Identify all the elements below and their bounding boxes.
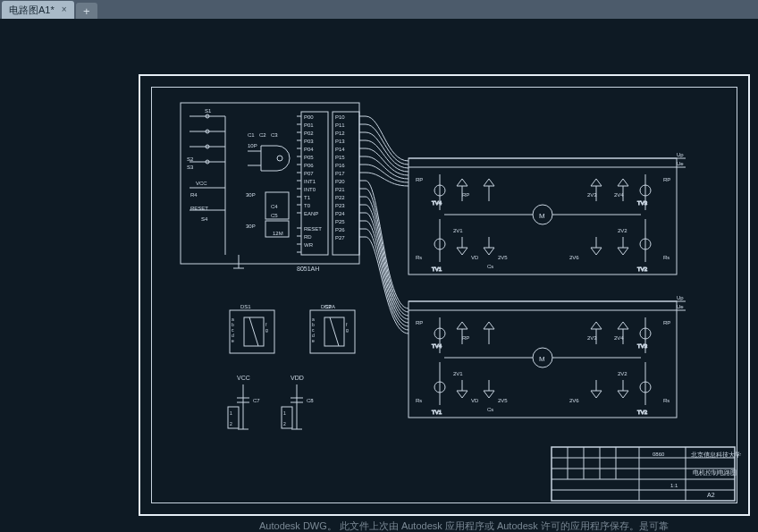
- svg-text:2V3: 2V3: [587, 335, 597, 341]
- svg-text:e: e: [312, 338, 315, 343]
- close-icon[interactable]: ×: [58, 3, 71, 15]
- svg-text:2V2: 2V2: [618, 371, 627, 376]
- svg-text:北京信息科技大学: 北京信息科技大学: [691, 452, 741, 458]
- svg-text:RP: RP: [462, 192, 469, 198]
- svg-text:WR: WR: [304, 242, 314, 248]
- svg-text:S1: S1: [205, 108, 212, 114]
- svg-text:P27: P27: [335, 235, 345, 241]
- svg-line-198: [330, 317, 339, 346]
- svg-text:Rs: Rs: [416, 398, 422, 403]
- drawing-canvas[interactable]: P00P01 P02P03 P04P05 P06P07 INT1INT0 T1T…: [0, 19, 758, 532]
- document-tab[interactable]: 电路图A1* ×: [2, 1, 74, 19]
- svg-text:RESET: RESET: [304, 226, 322, 232]
- svg-text:P23: P23: [335, 203, 345, 208]
- svg-text:2V5: 2V5: [498, 398, 508, 403]
- svg-text:Ue: Ue: [677, 161, 684, 166]
- svg-text:RP: RP: [416, 320, 423, 325]
- seven-seg-1: DS1 abcdefg: [230, 304, 274, 353]
- svg-text:TV4: TV4: [432, 200, 442, 206]
- svg-text:P06: P06: [304, 163, 314, 168]
- tab-label: 电路图A1*: [9, 4, 55, 17]
- svg-text:TV3: TV3: [637, 343, 648, 349]
- svg-text:VDD: VDD: [291, 375, 304, 381]
- svg-text:Up: Up: [677, 152, 684, 157]
- svg-text:1: 1: [283, 410, 286, 416]
- svg-text:e: e: [232, 338, 234, 343]
- svg-text:g: g: [346, 327, 349, 333]
- svg-text:T1: T1: [304, 195, 311, 200]
- svg-text:VD: VD: [471, 398, 479, 403]
- svg-text:R4: R4: [190, 192, 198, 198]
- svg-text:P20: P20: [335, 179, 345, 184]
- svg-text:C5: C5: [271, 213, 278, 218]
- svg-text:2: 2: [283, 421, 286, 426]
- svg-text:C3: C3: [271, 132, 278, 138]
- power-vdd: VDD C8 1 2: [282, 375, 314, 429]
- svg-text:S3: S3: [187, 165, 194, 170]
- svg-text:P26: P26: [335, 227, 345, 232]
- svg-text:RP: RP: [416, 177, 423, 182]
- svg-point-35: [277, 156, 282, 161]
- svg-text:RP: RP: [663, 320, 670, 325]
- svg-text:M: M: [539, 212, 545, 220]
- svg-text:电机控制电路图: 电机控制电路图: [693, 469, 737, 476]
- svg-text:RP: RP: [663, 177, 670, 182]
- svg-text:2V1: 2V1: [453, 371, 463, 376]
- svg-text:P14: P14: [335, 147, 345, 152]
- svg-text:12M: 12M: [273, 231, 283, 236]
- svg-text:S4: S4: [201, 216, 208, 222]
- mcu-name: 8051AH: [297, 266, 319, 272]
- svg-text:P07: P07: [304, 171, 314, 176]
- schematic-svg: P00P01 P02P03 P04P05 P06P07 INT1INT0 T1T…: [140, 76, 748, 514]
- status-bar: Autodesk DWG。 此文件上次由 Autodesk 应用程序或 Auto…: [0, 519, 758, 532]
- svg-text:g: g: [265, 327, 268, 333]
- svg-text:2V5: 2V5: [498, 255, 508, 260]
- svg-text:VCC: VCC: [196, 181, 207, 186]
- svg-text:P01: P01: [304, 122, 314, 128]
- svg-text:RESET: RESET: [190, 206, 208, 211]
- svg-text:P21: P21: [335, 187, 345, 192]
- svg-text:2V2: 2V2: [618, 228, 627, 233]
- svg-text:Ue: Ue: [677, 304, 684, 309]
- svg-text:EANP: EANP: [304, 211, 318, 216]
- svg-text:M: M: [539, 355, 545, 363]
- svg-text:RP: RP: [462, 335, 469, 341]
- svg-text:P24: P24: [335, 211, 345, 216]
- svg-text:Cs: Cs: [487, 264, 493, 269]
- svg-text:P05: P05: [304, 155, 314, 160]
- svg-text:RD: RD: [304, 234, 312, 240]
- svg-text:P12: P12: [335, 131, 345, 136]
- svg-text:P00: P00: [304, 114, 314, 120]
- svg-text:T0: T0: [304, 203, 311, 208]
- status-text: Autodesk DWG。 此文件上次由 Autodesk 应用程序或 Auto…: [0, 520, 669, 531]
- tab-bar: 电路图A1* × +: [0, 0, 758, 20]
- svg-text:C7: C7: [253, 398, 260, 403]
- svg-text:2V6: 2V6: [569, 255, 579, 260]
- svg-text:1: 1: [230, 410, 232, 416]
- svg-text:P25: P25: [335, 219, 345, 224]
- svg-text:P03: P03: [304, 139, 314, 144]
- svg-text:CPA: CPA: [324, 304, 335, 309]
- svg-text:P17: P17: [335, 171, 345, 176]
- svg-text:C4: C4: [271, 204, 278, 209]
- svg-text:Up: Up: [677, 295, 684, 300]
- svg-text:P22: P22: [335, 195, 345, 200]
- hbridge-1: Up Ue M TV4 TV3 TV1: [408, 152, 686, 274]
- svg-text:P11: P11: [335, 122, 345, 128]
- svg-text:2V1: 2V1: [453, 228, 463, 233]
- svg-text:DS1: DS1: [240, 304, 251, 309]
- svg-line-187: [249, 317, 258, 346]
- svg-text:TV1: TV1: [432, 410, 442, 415]
- svg-text:TV1: TV1: [432, 266, 442, 272]
- svg-text:P04: P04: [304, 147, 314, 152]
- svg-text:S2: S2: [187, 156, 194, 162]
- title-block: 0860 北京信息科技大学 电机控制电路图 1:1 A2: [552, 447, 741, 501]
- plus-icon: +: [83, 4, 90, 18]
- svg-text:INT1: INT1: [304, 179, 316, 184]
- svg-text:Cs: Cs: [487, 407, 493, 412]
- svg-text:P02: P02: [304, 131, 314, 136]
- new-tab-button[interactable]: +: [76, 3, 97, 19]
- hbridge-2: Up Ue M TV4 TV3 TV1 TV2: [408, 295, 686, 418]
- svg-text:1:1: 1:1: [670, 483, 678, 488]
- svg-text:Rs: Rs: [663, 398, 670, 403]
